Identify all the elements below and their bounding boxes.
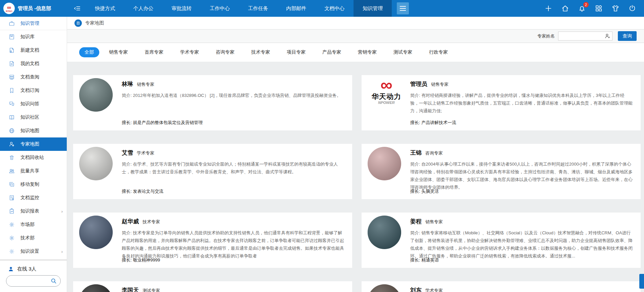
logo-infinity-mark: ∞ xyxy=(369,78,404,92)
nav-item-shortcuts[interactable]: 快捷方式 xyxy=(86,0,124,17)
sidebar-item-document-subscribe[interactable]: 文档订阅 xyxy=(0,84,67,97)
company-logo[interactable]: ∞ 华天动力 xyxy=(3,3,15,14)
sidebar-item-marketing-dept[interactable]: 市场部 xyxy=(0,218,67,231)
expert-name: 姜程 xyxy=(410,218,422,225)
expert-skill: 擅长: 敬业精神9999 xyxy=(122,257,344,263)
breadcrumb: 专家地图 xyxy=(67,17,644,30)
query-button[interactable]: 查询 xyxy=(618,31,637,41)
tab-product-expert[interactable]: 产品专家 xyxy=(315,47,348,57)
bell-icon[interactable]: 2 xyxy=(578,4,586,13)
power-icon[interactable] xyxy=(628,4,637,13)
avatar xyxy=(79,147,113,180)
trash-icon xyxy=(9,155,15,161)
nav-item-knowledge-management[interactable]: 知识管理 xyxy=(354,0,392,17)
expert-name: 艾雪 xyxy=(122,150,133,156)
more-menu-icon[interactable] xyxy=(397,2,409,14)
sidebar-item-label: 文档监控 xyxy=(20,195,39,201)
sidebar-item-label: 文档订阅 xyxy=(20,87,39,94)
logo-infinity-mark: ∞ xyxy=(7,5,11,10)
sidebar-item-label: 批量共享 xyxy=(20,168,39,174)
expert-skill: 擅长: 就是产品的整体包装定位及营销管理 xyxy=(122,120,344,126)
expert-name: 王锦 xyxy=(410,150,422,156)
tab-all[interactable]: 全部 xyxy=(79,47,99,57)
sidebar-item-label: 文档查阅 xyxy=(20,74,39,80)
main-content: 专家地图 专家姓名 查询 全部 销售专家 首席专家 学术专家 咨询专家 技术专家… xyxy=(67,17,644,292)
online-users: 在线 3人 xyxy=(0,264,67,274)
tab-marketing-expert[interactable]: 营销专家 xyxy=(351,47,384,57)
apps-icon[interactable] xyxy=(594,4,603,13)
expert-name-label: 专家姓名 xyxy=(537,33,555,39)
sidebar-item-new-document[interactable]: 新建文档 xyxy=(0,44,67,57)
home-icon[interactable] xyxy=(561,4,570,13)
nav-item-approval-flow[interactable]: 审批流转 xyxy=(162,0,201,17)
expert-name: 刘东 xyxy=(410,287,422,292)
sidebar-item-document-monitor[interactable]: 文档监控 xyxy=(0,191,67,205)
chevron-right-icon[interactable]: › xyxy=(61,209,63,214)
copy-icon xyxy=(9,181,15,187)
sidebar-item-mobile-copy[interactable]: 移动复制 xyxy=(0,178,67,191)
tab-sales-expert[interactable]: 销售专家 xyxy=(102,47,135,57)
tab-academic-expert[interactable]: 学术专家 xyxy=(173,47,206,57)
tab-chief-expert[interactable]: 首席专家 xyxy=(138,47,170,57)
plus-icon[interactable] xyxy=(544,4,553,13)
nav-item-internal-mail[interactable]: 内部邮件 xyxy=(277,0,315,17)
sidebar-item-knowledge-management[interactable]: 知识管理 xyxy=(0,17,67,30)
expert-category: 咨询专家 xyxy=(425,151,443,156)
search-icon[interactable] xyxy=(50,278,57,286)
shirt-icon[interactable] xyxy=(611,4,620,13)
sidebar-item-document-review[interactable]: 文档查阅 xyxy=(0,70,67,84)
expert-card-liguotian[interactable]: 李国天测试专家 xyxy=(73,281,352,292)
sidebar-item-tech-dept[interactable]: 技术部 xyxy=(0,231,67,245)
expert-intro: 简介: 自2004年从事心理工作以来，接待个案来访者500人以上，咨询工作时间超… xyxy=(410,160,633,191)
sidebar-item-label: 知识报表 xyxy=(20,208,39,214)
expert-name: 管理员 xyxy=(410,81,427,87)
expert-skill: 擅长: 发表论文与交流 xyxy=(122,188,344,194)
sidebar-item-my-documents[interactable]: 我的文档 xyxy=(0,57,67,70)
tab-technical-expert[interactable]: 技术专家 xyxy=(244,47,277,57)
library-icon xyxy=(9,34,15,40)
expert-card-aixue[interactable]: 艾雪学术专家 简介: 在学术、技艺等方面有专门技能或专业知识全面的人；特别精通某… xyxy=(73,144,352,199)
sidebar-item-knowledge-community[interactable]: 知识社区 xyxy=(0,111,67,124)
sidebar-item-knowledge-base[interactable]: 知识库 xyxy=(0,30,67,44)
expert-card-liudong[interactable]: 刘东学术专家 xyxy=(362,281,641,292)
logo-text: 华天动力 xyxy=(369,93,404,100)
tab-admin-expert[interactable]: 行政专家 xyxy=(422,47,455,57)
expert-card-linlin[interactable]: 林琳销售专家 简介: 2012年年初加入道有道（832896.OC） [2]，现… xyxy=(73,75,352,130)
tab-test-expert[interactable]: 测试专家 xyxy=(386,47,419,57)
collapse-menu-icon[interactable] xyxy=(70,0,84,17)
sidebar-item-knowledge-settings[interactable]: 知识设置 › xyxy=(0,245,67,258)
sidebar-item-label: 知识管理 xyxy=(20,20,39,26)
tab-project-expert[interactable]: 项目专家 xyxy=(280,47,313,57)
sidebar-item-knowledge-reports[interactable]: 知识报表 › xyxy=(0,205,67,218)
sidebar-item-expert-map[interactable]: 专家地图 xyxy=(0,137,67,151)
sidebar-item-recycle-bin[interactable]: 文档回收站 xyxy=(0,151,67,164)
avatar xyxy=(368,216,401,249)
expert-skill: 擅长: 产品讲解技术一流 xyxy=(410,120,633,126)
sidebar-item-label: 市场部 xyxy=(20,222,35,228)
sidebar-item-knowledge-map[interactable]: 知识地图 xyxy=(0,124,67,137)
person-add-icon[interactable] xyxy=(604,33,611,41)
expert-category: 销售专家 xyxy=(425,219,443,224)
expert-card-wangjin[interactable]: 王锦咨询专家 简介: 自2004年从事心理工作以来，接待个案来访者500人以上，… xyxy=(362,144,641,199)
floating-action-button[interactable] xyxy=(639,274,644,289)
sidebar-item-label: 知识地图 xyxy=(20,128,39,134)
nav-item-work-center[interactable]: 工作中心 xyxy=(201,0,239,17)
document-review-icon xyxy=(9,74,15,80)
nav-item-document-center[interactable]: 文档中心 xyxy=(315,0,354,17)
sidebar-item-knowledge-qa[interactable]: 知识问答 xyxy=(0,97,67,111)
expert-card-admin[interactable]: ∞ 华天动力 NPOWER 管理员销售专家 简介: 有对经销商授课经验，讲解产品… xyxy=(362,75,641,130)
globe-icon xyxy=(9,128,15,134)
sidebar-item-label: 我的文档 xyxy=(20,61,39,67)
nav-item-personal-office[interactable]: 个人办公 xyxy=(124,0,162,17)
nav-item-work-tasks[interactable]: 工作任务 xyxy=(239,0,277,17)
online-count-label: 在线 3人 xyxy=(17,266,37,272)
expert-star-icon xyxy=(9,141,15,147)
bookmark-icon xyxy=(9,87,15,94)
sidebar-item-label: 知识设置 xyxy=(20,248,39,254)
sidebar-item-batch-share[interactable]: 批量共享 xyxy=(0,164,67,178)
tab-consulting-expert[interactable]: 咨询专家 xyxy=(209,47,241,57)
expert-card-zhaohuawei[interactable]: 赵华威技术专家 简介: 技术专家是为订单导向的销售人员提供技术协助的支持性销售人… xyxy=(73,213,352,268)
chevron-right-icon[interactable]: › xyxy=(61,249,63,254)
expert-intro: 简介: 技术专家是为订单导向的销售人员提供技术协助的支持性销售人员，他们通常具有… xyxy=(122,229,344,260)
expert-card-jiangcheng[interactable]: 姜程销售专家 简介: 销售专家将移动互联（Mobile）、社交网络（Social… xyxy=(362,213,641,268)
